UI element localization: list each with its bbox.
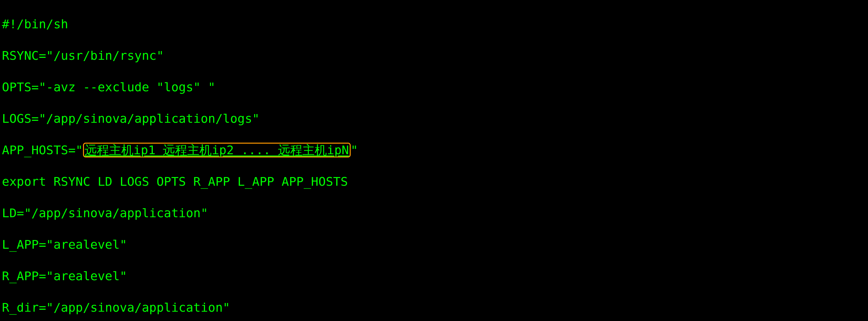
code-line: LOGS="/app/sinova/application/logs" [2, 111, 866, 127]
terminal-output: #!/bin/sh RSYNC="/usr/bin/rsync" OPTS="-… [0, 0, 868, 321]
code-line: export RSYNC LD LOGS OPTS R_APP L_APP AP… [2, 174, 866, 189]
code-line: R_APP="arealevel" [2, 268, 866, 284]
code-line: LD="/app/sinova/application" [2, 205, 866, 221]
code-line: RSYNC="/usr/bin/rsync" [2, 48, 866, 64]
code-text: APP_HOSTS=" [2, 143, 83, 157]
highlight-box: 远程主机ip1 远程主机ip2 .... 远程主机ipN [83, 143, 351, 157]
code-line-highlighted: APP_HOSTS="远程主机ip1 远程主机ip2 .... 远程主机ipN" [2, 142, 866, 158]
code-text: " [351, 143, 358, 157]
code-line: OPTS="-avz --exclude "logs" " [2, 79, 866, 95]
code-line: R_dir="/app/sinova/application" [2, 300, 866, 316]
code-line: #!/bin/sh [2, 16, 866, 32]
code-line: L_APP="arealevel" [2, 237, 866, 253]
highlight-text: 远程主机ip1 远程主机ip2 .... 远程主机ipN [85, 143, 349, 157]
